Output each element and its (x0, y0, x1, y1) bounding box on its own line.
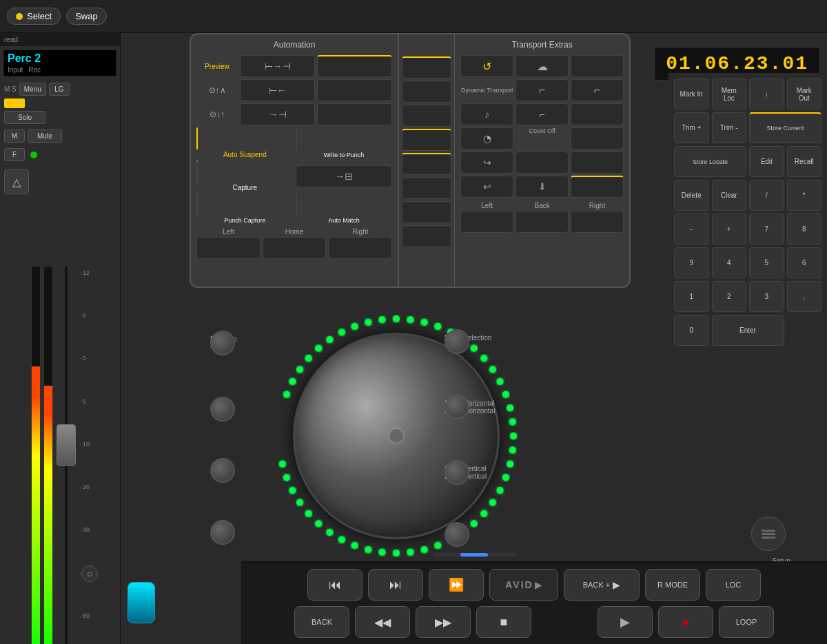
te-btn8[interactable]: ◔ (460, 127, 513, 149)
mid-btn6[interactable] (402, 177, 451, 199)
function-knob[interactable] (210, 331, 235, 355)
slash-btn[interactable]: / (749, 180, 784, 211)
auto-btn5[interactable] (317, 103, 392, 125)
te-btn1[interactable]: ↺ (460, 55, 513, 77)
te-slash[interactable]: ⌐ (515, 79, 569, 101)
te-btn4[interactable]: ⌐ (571, 79, 624, 101)
loc-btn[interactable]: LOC (706, 569, 761, 601)
mute-button[interactable]: Mute (28, 129, 62, 143)
te-btn11[interactable] (515, 152, 569, 174)
auto-left-btn[interactable] (196, 237, 261, 259)
te-btn9[interactable] (571, 127, 624, 149)
f-button[interactable]: F (4, 148, 25, 161)
preview-led-btn[interactable] (317, 55, 392, 77)
back-plus-btn[interactable]: BACK + ▶ (564, 569, 640, 601)
num2-btn[interactable]: 2 (712, 281, 747, 312)
num3-btn[interactable]: 3 (749, 281, 784, 312)
recall-btn[interactable]: Recall (787, 146, 822, 177)
mid-btn2[interactable] (402, 81, 451, 103)
back-btn[interactable]: BACK (294, 606, 349, 638)
trim-plus-btn[interactable]: Trim + (674, 112, 709, 143)
te-btn12[interactable] (571, 152, 624, 174)
num9-btn[interactable]: 9 (674, 247, 709, 278)
punch-capture-btn[interactable] (196, 194, 198, 216)
auto-btn3[interactable] (317, 79, 392, 101)
te-btn3[interactable] (571, 55, 624, 77)
store-locate-btn[interactable]: Store Locate (674, 146, 746, 177)
te-btn13[interactable]: ↩ (460, 176, 513, 198)
te-led-btn[interactable] (571, 176, 624, 198)
to-start-btn[interactable]: ⏮ (307, 569, 363, 601)
swap-button[interactable]: Swap (66, 8, 107, 25)
asterisk-btn[interactable]: * (787, 180, 822, 211)
jog-knob[interactable] (210, 520, 235, 545)
preview-btn1[interactable]: ⊢→⊣ (240, 55, 315, 77)
mid-btn8[interactable] (402, 225, 451, 247)
auto-match-btn[interactable] (296, 194, 297, 216)
num8-btn[interactable]: 8 (787, 214, 822, 245)
mid-btn1[interactable] (402, 56, 451, 79)
auto-home-btn[interactable] (263, 237, 327, 259)
menu-button[interactable]: Menu (19, 83, 46, 96)
delete-btn[interactable]: Delete (674, 180, 709, 211)
auto-right-btn[interactable] (328, 237, 392, 259)
trim-knob[interactable] (210, 397, 235, 422)
lg-button[interactable]: LG (49, 83, 70, 96)
m-button[interactable]: M (4, 129, 25, 143)
mark-out-btn[interactable]: Mark Out (787, 79, 822, 110)
select-button[interactable]: Select (7, 8, 61, 25)
fader[interactable] (56, 266, 76, 644)
edit-btn[interactable]: Edit (749, 146, 784, 177)
auto-btn2[interactable]: ⊢← (240, 79, 315, 101)
te-btn14[interactable]: ⬇ (515, 176, 569, 198)
te-right-btn[interactable] (571, 211, 624, 233)
down-arrow-btn[interactable]: ↓ (749, 79, 784, 110)
shift-knob[interactable] (445, 522, 469, 547)
ff-btn[interactable]: ▶▶ (416, 606, 471, 638)
write-to-punch-btn[interactable] (296, 128, 297, 150)
te-btn2[interactable]: ☁ (515, 55, 569, 77)
rewind-btn[interactable]: ◀◀ (355, 606, 410, 638)
scroll-vert-knob[interactable] (445, 460, 469, 485)
record-btn[interactable]: ● (658, 606, 713, 638)
te-btn7[interactable] (571, 103, 624, 125)
plus-btn[interactable]: + (712, 214, 747, 245)
mem-loc-btn[interactable]: Mem Loc (712, 79, 747, 110)
enter-btn[interactable]: Enter (712, 315, 784, 346)
avid-logo-btn[interactable]: AVID ▶ (489, 569, 558, 601)
trim-minus-btn[interactable]: Trim - (712, 112, 747, 143)
mid-btn4[interactable] (402, 129, 451, 151)
move-selection-knob[interactable] (445, 329, 469, 354)
stop-btn[interactable]: ■ (476, 606, 531, 638)
monitor-button[interactable]: ⊙ (81, 565, 98, 582)
num0-btn[interactable]: 0 (674, 315, 709, 346)
auto-suspend-btn[interactable] (196, 127, 198, 149)
delta-button[interactable]: △ (4, 169, 29, 194)
clear-btn[interactable]: Clear (712, 180, 747, 211)
store-current-btn[interactable]: Store Current (749, 112, 821, 143)
te-left-btn[interactable] (460, 211, 513, 233)
comma-btn[interactable]: , (787, 281, 822, 312)
setup-button[interactable] (751, 517, 786, 551)
prev-frame-btn[interactable]: ⏭ (368, 569, 423, 601)
te-btn6[interactable]: ⌐ (515, 103, 569, 125)
num1-btn[interactable]: 1 (674, 281, 709, 312)
mid-btn5[interactable] (402, 153, 451, 175)
solo-button[interactable]: Solo (4, 111, 45, 124)
te-btn10[interactable]: ↪ (460, 152, 513, 174)
next-frame-btn[interactable]: ⏩ (429, 569, 484, 601)
mark-in-btn[interactable]: Mark In (674, 79, 709, 110)
minus-btn[interactable]: - (674, 214, 709, 245)
loop-btn[interactable]: LOOP (719, 606, 774, 638)
num4-btn[interactable]: 4 (712, 247, 747, 278)
shuttle-knob[interactable] (210, 458, 235, 483)
mid-btn7[interactable] (402, 201, 451, 223)
play-btn[interactable]: ▶ (598, 606, 653, 638)
te-btn5[interactable]: ♪ (460, 103, 513, 125)
fader-handle[interactable] (57, 424, 76, 466)
auto-btn4[interactable]: →⊣ (240, 103, 315, 125)
num7-btn[interactable]: 7 (749, 214, 784, 245)
rmode-btn[interactable]: R MODE (645, 569, 700, 601)
scroll-horiz-knob[interactable] (445, 395, 469, 419)
auto-btn6[interactable]: →⊟ (296, 165, 393, 187)
